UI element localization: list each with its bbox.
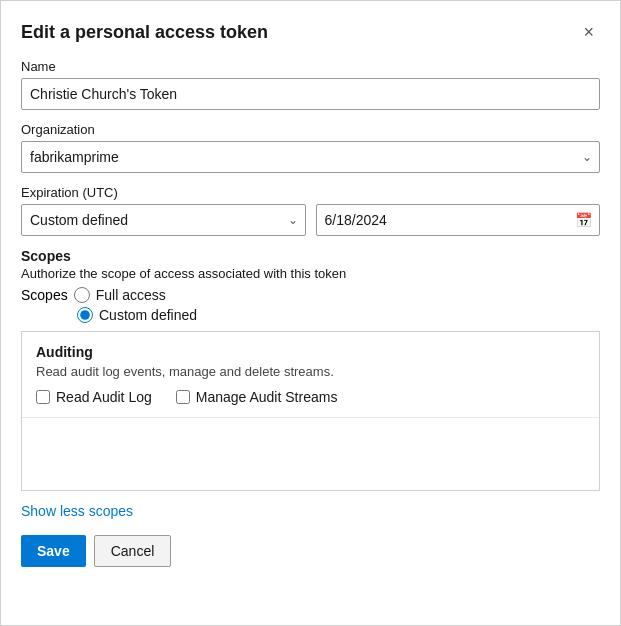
custom-defined-radio[interactable] (77, 307, 93, 323)
scopes-section: Scopes Authorize the scope of access ass… (21, 248, 600, 323)
scopes-title: Scopes (21, 248, 600, 264)
show-scopes-link[interactable]: Show less scopes (21, 503, 133, 519)
manage-audit-streams-label[interactable]: Manage Audit Streams (196, 389, 338, 405)
organization-field-group: Organization fabrikamprime ⌄ (21, 122, 600, 173)
expiration-select-wrapper: Custom defined 30 days 60 days 90 days 1… (21, 204, 306, 236)
save-button[interactable]: Save (21, 535, 86, 567)
date-wrapper: 📅 (316, 204, 601, 236)
scopes-radio-label: Scopes (21, 287, 68, 303)
expiration-label: Expiration (UTC) (21, 185, 600, 200)
manage-audit-streams-checkbox[interactable] (176, 390, 190, 404)
full-access-radio[interactable] (74, 287, 90, 303)
scopes-radios: Scopes Full access Custom defined (21, 287, 600, 323)
name-input[interactable] (21, 78, 600, 110)
auditing-group-desc: Read audit log events, manage and delete… (36, 364, 585, 379)
custom-defined-label[interactable]: Custom defined (99, 307, 197, 323)
read-audit-log-checkbox[interactable] (36, 390, 50, 404)
name-label: Name (21, 59, 600, 74)
read-audit-log-label[interactable]: Read Audit Log (56, 389, 152, 405)
dialog-header: Edit a personal access token × (21, 21, 600, 43)
scopes-description: Authorize the scope of access associated… (21, 266, 600, 281)
auditing-scope-group: Auditing Read audit log events, manage a… (22, 332, 599, 418)
action-buttons: Save Cancel (21, 535, 600, 567)
cancel-button[interactable]: Cancel (94, 535, 172, 567)
date-input[interactable] (316, 204, 601, 236)
read-audit-log-row: Read Audit Log (36, 389, 152, 405)
dialog-title: Edit a personal access token (21, 22, 268, 43)
auditing-group-title: Auditing (36, 344, 585, 360)
name-field-group: Name (21, 59, 600, 110)
manage-audit-streams-row: Manage Audit Streams (176, 389, 338, 405)
organization-select-wrapper: fabrikamprime ⌄ (21, 141, 600, 173)
organization-label: Organization (21, 122, 600, 137)
custom-defined-radio-row: Custom defined (21, 307, 600, 323)
expiration-select[interactable]: Custom defined 30 days 60 days 90 days 1… (21, 204, 306, 236)
organization-select[interactable]: fabrikamprime (21, 141, 600, 173)
expiration-row: Custom defined 30 days 60 days 90 days 1… (21, 204, 600, 236)
edit-token-dialog: Edit a personal access token × Name Orga… (0, 0, 621, 626)
close-button[interactable]: × (577, 21, 600, 43)
full-access-radio-row: Scopes Full access (21, 287, 600, 303)
auditing-checkboxes: Read Audit Log Manage Audit Streams (36, 389, 585, 405)
full-access-label[interactable]: Full access (96, 287, 166, 303)
scopes-content[interactable]: Auditing Read audit log events, manage a… (21, 331, 600, 491)
